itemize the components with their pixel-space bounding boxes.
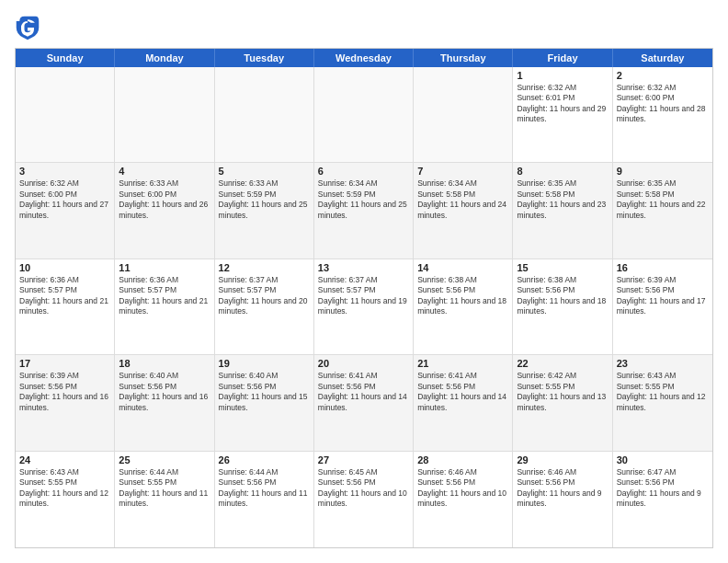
- calendar-cell: 19Sunrise: 6:40 AM Sunset: 5:56 PM Dayli…: [215, 355, 314, 450]
- day-number: 3: [19, 166, 110, 177]
- calendar-cell: 11Sunrise: 6:36 AM Sunset: 5:57 PM Dayli…: [115, 259, 214, 354]
- calendar-cell: [215, 67, 314, 162]
- cell-info: Sunrise: 6:34 AM Sunset: 5:58 PM Dayligh…: [417, 178, 508, 221]
- cell-info: Sunrise: 6:46 AM Sunset: 5:56 PM Dayligh…: [417, 467, 508, 510]
- calendar-cell: 20Sunrise: 6:41 AM Sunset: 5:56 PM Dayli…: [314, 355, 414, 450]
- header: [15, 15, 713, 40]
- cell-info: Sunrise: 6:44 AM Sunset: 5:55 PM Dayligh…: [119, 467, 210, 510]
- cell-info: Sunrise: 6:35 AM Sunset: 5:58 PM Dayligh…: [517, 178, 608, 221]
- calendar-cell: 4Sunrise: 6:33 AM Sunset: 6:00 PM Daylig…: [115, 163, 214, 258]
- cell-info: Sunrise: 6:41 AM Sunset: 5:56 PM Dayligh…: [417, 371, 508, 413]
- logo-icon: [15, 15, 40, 40]
- calendar: SundayMondayTuesdayWednesdayThursdayFrid…: [15, 48, 713, 548]
- calendar-cell: 1Sunrise: 6:32 AM Sunset: 6:01 PM Daylig…: [513, 67, 612, 162]
- day-number: 4: [119, 166, 210, 177]
- cell-info: Sunrise: 6:47 AM Sunset: 5:56 PM Dayligh…: [617, 467, 709, 510]
- cell-info: Sunrise: 6:32 AM Sunset: 6:00 PM Dayligh…: [19, 178, 110, 221]
- day-number: 17: [19, 358, 110, 369]
- logo: [15, 15, 44, 40]
- day-number: 24: [19, 454, 110, 465]
- calendar-row: 17Sunrise: 6:39 AM Sunset: 5:56 PM Dayli…: [16, 355, 712, 451]
- day-number: 26: [219, 454, 310, 465]
- cell-info: Sunrise: 6:33 AM Sunset: 5:59 PM Dayligh…: [219, 178, 310, 221]
- calendar-cell: 21Sunrise: 6:41 AM Sunset: 5:56 PM Dayli…: [414, 355, 513, 450]
- cell-info: Sunrise: 6:38 AM Sunset: 5:56 PM Dayligh…: [517, 275, 608, 317]
- calendar-cell: [314, 67, 414, 162]
- cell-info: Sunrise: 6:39 AM Sunset: 5:56 PM Dayligh…: [19, 371, 110, 413]
- cell-info: Sunrise: 6:38 AM Sunset: 5:56 PM Dayligh…: [417, 275, 508, 317]
- calendar-cell: 2Sunrise: 6:32 AM Sunset: 6:00 PM Daylig…: [613, 67, 712, 162]
- calendar-cell: 27Sunrise: 6:45 AM Sunset: 5:56 PM Dayli…: [314, 452, 414, 547]
- calendar-row: 10Sunrise: 6:36 AM Sunset: 5:57 PM Dayli…: [16, 259, 712, 355]
- day-number: 30: [617, 454, 709, 465]
- cell-info: Sunrise: 6:41 AM Sunset: 5:56 PM Dayligh…: [318, 371, 409, 413]
- day-number: 8: [517, 166, 608, 177]
- cell-info: Sunrise: 6:33 AM Sunset: 6:00 PM Dayligh…: [119, 178, 210, 221]
- calendar-cell: 8Sunrise: 6:35 AM Sunset: 5:58 PM Daylig…: [513, 163, 612, 258]
- weekday-header: Thursday: [414, 49, 513, 67]
- cell-info: Sunrise: 6:40 AM Sunset: 5:56 PM Dayligh…: [219, 371, 310, 413]
- day-number: 22: [517, 358, 608, 369]
- day-number: 14: [417, 262, 508, 273]
- calendar-cell: 7Sunrise: 6:34 AM Sunset: 5:58 PM Daylig…: [414, 163, 513, 258]
- calendar-cell: 23Sunrise: 6:43 AM Sunset: 5:55 PM Dayli…: [613, 355, 712, 450]
- calendar-cell: 17Sunrise: 6:39 AM Sunset: 5:56 PM Dayli…: [16, 355, 115, 450]
- day-number: 15: [517, 262, 608, 273]
- day-number: 7: [417, 166, 508, 177]
- day-number: 20: [318, 358, 409, 369]
- cell-info: Sunrise: 6:42 AM Sunset: 5:55 PM Dayligh…: [517, 371, 608, 413]
- calendar-cell: 12Sunrise: 6:37 AM Sunset: 5:57 PM Dayli…: [215, 259, 314, 354]
- day-number: 9: [617, 166, 709, 177]
- cell-info: Sunrise: 6:32 AM Sunset: 6:01 PM Dayligh…: [517, 83, 608, 125]
- calendar-cell: 26Sunrise: 6:44 AM Sunset: 5:56 PM Dayli…: [215, 452, 314, 547]
- calendar-cell: [16, 67, 115, 162]
- weekday-header: Monday: [115, 49, 214, 67]
- weekday-header: Wednesday: [314, 49, 414, 67]
- calendar-cell: 30Sunrise: 6:47 AM Sunset: 5:56 PM Dayli…: [613, 452, 712, 547]
- day-number: 16: [617, 262, 709, 273]
- page: SundayMondayTuesdayWednesdayThursdayFrid…: [0, 0, 728, 563]
- cell-info: Sunrise: 6:35 AM Sunset: 5:58 PM Dayligh…: [617, 178, 709, 221]
- calendar-cell: 13Sunrise: 6:37 AM Sunset: 5:57 PM Dayli…: [314, 259, 414, 354]
- cell-info: Sunrise: 6:37 AM Sunset: 5:57 PM Dayligh…: [219, 275, 310, 317]
- day-number: 29: [517, 454, 608, 465]
- cell-info: Sunrise: 6:36 AM Sunset: 5:57 PM Dayligh…: [19, 275, 110, 317]
- day-number: 1: [517, 70, 608, 81]
- calendar-header: SundayMondayTuesdayWednesdayThursdayFrid…: [16, 49, 712, 67]
- calendar-cell: [115, 67, 214, 162]
- cell-info: Sunrise: 6:46 AM Sunset: 5:56 PM Dayligh…: [517, 467, 608, 510]
- day-number: 11: [119, 262, 210, 273]
- weekday-header: Tuesday: [215, 49, 314, 67]
- day-number: 13: [318, 262, 409, 273]
- calendar-cell: 15Sunrise: 6:38 AM Sunset: 5:56 PM Dayli…: [513, 259, 612, 354]
- day-number: 5: [219, 166, 310, 177]
- day-number: 18: [119, 358, 210, 369]
- calendar-cell: 3Sunrise: 6:32 AM Sunset: 6:00 PM Daylig…: [16, 163, 115, 258]
- calendar-cell: 22Sunrise: 6:42 AM Sunset: 5:55 PM Dayli…: [513, 355, 612, 450]
- calendar-row: 24Sunrise: 6:43 AM Sunset: 5:55 PM Dayli…: [16, 452, 712, 547]
- calendar-cell: 9Sunrise: 6:35 AM Sunset: 5:58 PM Daylig…: [613, 163, 712, 258]
- cell-info: Sunrise: 6:36 AM Sunset: 5:57 PM Dayligh…: [119, 275, 210, 317]
- calendar-row: 3Sunrise: 6:32 AM Sunset: 6:00 PM Daylig…: [16, 163, 712, 259]
- cell-info: Sunrise: 6:32 AM Sunset: 6:00 PM Dayligh…: [617, 83, 709, 125]
- day-number: 12: [219, 262, 310, 273]
- day-number: 6: [318, 166, 409, 177]
- cell-info: Sunrise: 6:34 AM Sunset: 5:59 PM Dayligh…: [318, 178, 409, 221]
- calendar-cell: 5Sunrise: 6:33 AM Sunset: 5:59 PM Daylig…: [215, 163, 314, 258]
- day-number: 19: [219, 358, 310, 369]
- day-number: 2: [617, 70, 709, 81]
- calendar-cell: 25Sunrise: 6:44 AM Sunset: 5:55 PM Dayli…: [115, 452, 214, 547]
- weekday-header: Sunday: [16, 49, 115, 67]
- cell-info: Sunrise: 6:40 AM Sunset: 5:56 PM Dayligh…: [119, 371, 210, 413]
- cell-info: Sunrise: 6:39 AM Sunset: 5:56 PM Dayligh…: [617, 275, 709, 317]
- calendar-cell: 24Sunrise: 6:43 AM Sunset: 5:55 PM Dayli…: [16, 452, 115, 547]
- weekday-header: Saturday: [613, 49, 712, 67]
- calendar-cell: 16Sunrise: 6:39 AM Sunset: 5:56 PM Dayli…: [613, 259, 712, 354]
- calendar-cell: 29Sunrise: 6:46 AM Sunset: 5:56 PM Dayli…: [513, 452, 612, 547]
- calendar-cell: 28Sunrise: 6:46 AM Sunset: 5:56 PM Dayli…: [414, 452, 513, 547]
- day-number: 27: [318, 454, 409, 465]
- calendar-cell: 6Sunrise: 6:34 AM Sunset: 5:59 PM Daylig…: [314, 163, 414, 258]
- cell-info: Sunrise: 6:43 AM Sunset: 5:55 PM Dayligh…: [19, 467, 110, 510]
- calendar-cell: 14Sunrise: 6:38 AM Sunset: 5:56 PM Dayli…: [414, 259, 513, 354]
- weekday-header: Friday: [513, 49, 612, 67]
